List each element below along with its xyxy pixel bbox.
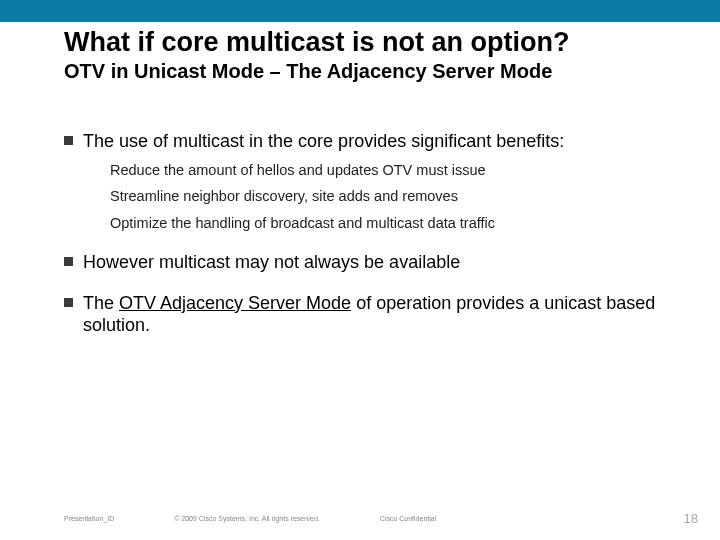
- footer-presentation-id: Presentation_ID: [64, 515, 114, 522]
- sub-bullet-list: Reduce the amount of hellos and updates …: [110, 161, 666, 234]
- slide-subtitle: OTV in Unicast Mode – The Adjacency Serv…: [64, 60, 680, 83]
- bullet-text-pre: The: [83, 293, 119, 313]
- bullet-item: However multicast may not always be avai…: [64, 251, 666, 274]
- sub-bullet-text: Streamline neighbor discovery, site adds…: [110, 187, 666, 206]
- slide-title: What if core multicast is not an option?: [64, 28, 680, 58]
- footer-copyright: © 2009 Cisco Systems, Inc. All rights re…: [174, 515, 320, 522]
- slide: What if core multicast is not an option?…: [0, 0, 720, 540]
- bullet-text: The OTV Adjacency Server Mode of operati…: [83, 292, 666, 337]
- bullet-text-underline: OTV Adjacency Server Mode: [119, 293, 351, 313]
- page-number: 18: [684, 511, 698, 526]
- sub-bullet-text: Optimize the handling of broadcast and m…: [110, 214, 666, 233]
- footer-confidential: Cisco Confidential: [380, 515, 436, 522]
- bullet-item: The use of multicast in the core provide…: [64, 130, 666, 153]
- content-area: The use of multicast in the core provide…: [64, 130, 666, 343]
- sub-bullet-text: Reduce the amount of hellos and updates …: [110, 161, 666, 180]
- bullet-text: The use of multicast in the core provide…: [83, 130, 564, 153]
- square-bullet-icon: [64, 298, 73, 307]
- square-bullet-icon: [64, 136, 73, 145]
- square-bullet-icon: [64, 257, 73, 266]
- title-block: What if core multicast is not an option?…: [64, 28, 680, 83]
- footer: Presentation_ID © 2009 Cisco Systems, In…: [64, 515, 690, 522]
- bullet-text: However multicast may not always be avai…: [83, 251, 460, 274]
- top-accent-bar: [0, 0, 720, 22]
- bullet-item: The OTV Adjacency Server Mode of operati…: [64, 292, 666, 337]
